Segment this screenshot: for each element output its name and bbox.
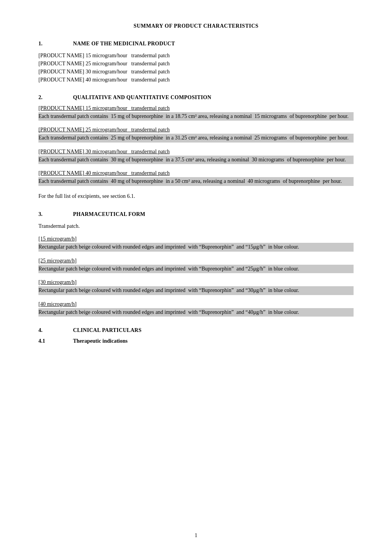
product-subsection-title: [PRODUCT NAME] 25 microgram/hour transde…	[38, 127, 354, 133]
pharma-15-title: [15 microgram/h]	[38, 236, 354, 242]
section-2-header: 2. QUALITATIVE AND QUANTITATIVE COMPOSIT…	[38, 95, 354, 101]
page-number: 1	[195, 532, 198, 538]
product-subsection-40: [PRODUCT NAME] 40 microgram/hour transde…	[38, 170, 354, 186]
product-subsection-title: [PRODUCT NAME] 40 microgram/hour transde…	[38, 170, 354, 176]
product-subsection-desc: Each transdermal patch contains 40 mg of…	[38, 177, 354, 186]
page-footer: 1	[0, 532, 392, 539]
pharma-25-desc: Rectangular patch beige coloured with ro…	[38, 265, 354, 273]
section-4: 4. CLINICAL PARTICULARS 4.1 Therapeutic …	[38, 327, 354, 344]
section-1: 1. NAME OF THE MEDICINAL PRODUCT [PRODUC…	[38, 41, 354, 84]
section-2-number: 2.	[38, 95, 73, 101]
section-3-number: 3.	[38, 211, 73, 217]
pharma-15-desc: Rectangular patch beige coloured with ro…	[38, 243, 354, 251]
section-1-number: 1.	[38, 41, 73, 47]
subsection-4-1-header: 4.1 Therapeutic indications	[38, 338, 354, 344]
product-subsection-title: [PRODUCT NAME] 15 microgram/hour transde…	[38, 105, 354, 111]
excipients-note: For the full list of excipients, see sec…	[38, 192, 354, 201]
subsection-4-1-number: 4.1	[38, 338, 73, 344]
pharma-30-desc: Rectangular patch beige coloured with ro…	[38, 286, 354, 295]
pharma-15: [15 microgram/h] Rectangular patch beige…	[38, 236, 354, 251]
product-subsection-30: [PRODUCT NAME] 30 microgram/hour transde…	[38, 149, 354, 164]
page-title: SUMMARY OF PRODUCT CHARACTERISTICS	[38, 23, 354, 29]
product-subsection-desc: Each transdermal patch contains 15 mg of…	[38, 112, 354, 121]
page: SUMMARY OF PRODUCT CHARACTERISTICS 1. NA…	[0, 0, 392, 554]
list-item: [PRODUCT NAME] 15 microgram/hour transde…	[38, 51, 354, 60]
product-subsection-desc: Each transdermal patch contains 30 mg of…	[38, 156, 354, 164]
section-4-number: 4.	[38, 327, 73, 333]
subsection-4-1-title: Therapeutic indications	[73, 338, 128, 344]
product-subsection-desc: Each transdermal patch contains 25 mg of…	[38, 134, 354, 142]
pharma-40: [40 microgram/h] Rectangular patch beige…	[38, 301, 354, 317]
product-subsection-15: [PRODUCT NAME] 15 microgram/hour transde…	[38, 105, 354, 121]
section-3-intro: Transdermal patch.	[38, 222, 354, 231]
pharma-30: [30 microgram/h] Rectangular patch beige…	[38, 279, 354, 295]
section-3-header: 3. PHARMACEUTICAL FORM	[38, 211, 354, 217]
section-4-header: 4. CLINICAL PARTICULARS	[38, 327, 354, 333]
section-2: 2. QUALITATIVE AND QUANTITATIVE COMPOSIT…	[38, 95, 354, 201]
pharma-30-title: [30 microgram/h]	[38, 279, 354, 285]
section-4-title: CLINICAL PARTICULARS	[73, 327, 141, 333]
section-3-title: PHARMACEUTICAL FORM	[73, 211, 145, 217]
pharma-25-title: [25 microgram/h]	[38, 258, 354, 264]
section-3: 3. PHARMACEUTICAL FORM Transdermal patch…	[38, 211, 354, 317]
product-list: [PRODUCT NAME] 15 microgram/hour transde…	[38, 51, 354, 84]
pharma-40-desc: Rectangular patch beige coloured with ro…	[38, 308, 354, 317]
section-1-title: NAME OF THE MEDICINAL PRODUCT	[73, 41, 175, 47]
product-subsection-title: [PRODUCT NAME] 30 microgram/hour transde…	[38, 149, 354, 155]
pharma-40-title: [40 microgram/h]	[38, 301, 354, 307]
product-subsection-25: [PRODUCT NAME] 25 microgram/hour transde…	[38, 127, 354, 142]
list-item: [PRODUCT NAME] 25 microgram/hour transde…	[38, 60, 354, 68]
list-item: [PRODUCT NAME] 40 microgram/hour transde…	[38, 76, 354, 84]
section-2-title: QUALITATIVE AND QUANTITATIVE COMPOSITION	[73, 95, 211, 101]
list-item: [PRODUCT NAME] 30 microgram/hour transde…	[38, 68, 354, 76]
section-1-header: 1. NAME OF THE MEDICINAL PRODUCT	[38, 41, 354, 47]
pharma-25: [25 microgram/h] Rectangular patch beige…	[38, 258, 354, 273]
